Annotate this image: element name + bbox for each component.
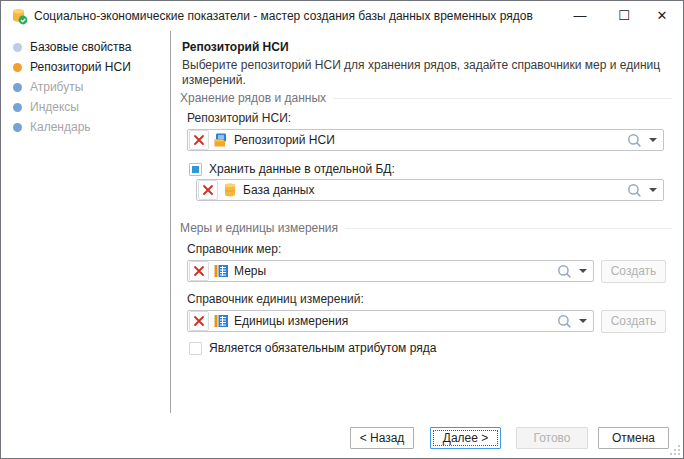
wizard-window: Социально-экономические показатели - мас…	[0, 0, 684, 459]
cancel-button[interactable]: Отмена	[598, 427, 669, 449]
wizard-page-content: Репозиторий НСИ Выберите репозиторий НСИ…	[172, 31, 684, 413]
clear-button[interactable]	[189, 130, 209, 150]
minimize-button[interactable]: —	[565, 1, 595, 30]
group-divider	[345, 228, 672, 229]
separate-db-checkbox[interactable]: Хранить данные в отдельной БД:	[189, 162, 395, 176]
resize-grip[interactable]	[670, 445, 680, 455]
database-value: База данных	[243, 183, 625, 197]
step-bullet-icon	[13, 43, 22, 52]
step-label: Атрибуты	[30, 80, 83, 94]
database-icon	[222, 182, 238, 198]
repository-value: Репозиторий НСИ	[234, 133, 625, 147]
chevron-down-icon	[649, 138, 657, 142]
search-icon[interactable]	[555, 262, 573, 280]
search-icon[interactable]	[555, 312, 573, 330]
group-storage-caption: Хранение рядов и данных	[180, 91, 326, 105]
app-icon	[10, 7, 28, 25]
step-label: Календарь	[30, 120, 91, 134]
database-lookup-field[interactable]: База данных	[196, 179, 664, 201]
step-bullet-icon	[13, 123, 22, 132]
sidebar-item-nsi-repository[interactable]: Репозиторий НСИ	[1, 57, 170, 77]
back-button[interactable]: < Назад	[350, 427, 414, 449]
step-bullet-icon	[13, 63, 22, 72]
clear-x-icon	[193, 265, 205, 277]
step-label: Репозиторий НСИ	[30, 60, 131, 74]
clear-x-icon	[193, 134, 205, 146]
dropdown-button[interactable]	[573, 261, 593, 281]
repository-label: Репозиторий НСИ:	[187, 111, 291, 125]
maximize-button[interactable]: ☐	[609, 1, 639, 30]
clear-x-icon	[202, 184, 214, 196]
measures-label: Справочник мер:	[187, 242, 281, 256]
repository-icon	[213, 132, 229, 148]
dictionary-icon	[213, 313, 229, 329]
sidebar-item-attributes[interactable]: Атрибуты	[1, 77, 170, 97]
sidebar-item-calendar[interactable]: Календарь	[1, 117, 170, 137]
page-title: Репозиторий НСИ	[182, 40, 289, 54]
step-label: Индексы	[30, 100, 79, 114]
group-measures: Меры и единицы измерения	[180, 221, 672, 235]
titlebar: Социально-экономические показатели - мас…	[1, 1, 683, 31]
wizard-steps-sidebar: Базовые свойства Репозиторий НСИ Атрибут…	[1, 31, 171, 413]
create-units-button[interactable]: Создать	[601, 310, 666, 333]
close-button[interactable]: ✕	[647, 1, 677, 30]
search-icon[interactable]	[625, 131, 643, 149]
finish-button[interactable]: Готово	[516, 427, 588, 449]
units-value: Единицы измерения	[234, 314, 555, 328]
clear-button[interactable]	[189, 311, 209, 331]
checkbox-checked-icon[interactable]	[189, 163, 202, 176]
step-bullet-icon	[13, 103, 22, 112]
measures-lookup-field[interactable]: Меры	[187, 260, 594, 282]
chevron-down-icon	[579, 269, 587, 273]
dropdown-button[interactable]	[573, 311, 593, 331]
required-attribute-checkbox[interactable]: Является обязательным атрибутом ряда	[189, 341, 436, 355]
separate-db-label: Хранить данные в отдельной БД:	[209, 162, 395, 176]
step-bullet-icon	[13, 83, 22, 92]
sidebar-item-indexes[interactable]: Индексы	[1, 97, 170, 117]
group-storage: Хранение рядов и данных	[180, 91, 672, 105]
units-lookup-field[interactable]: Единицы измерения	[187, 310, 594, 332]
measures-value: Меры	[234, 264, 555, 278]
checkbox-unchecked-icon[interactable]	[189, 342, 202, 355]
page-description: Выберите репозиторий НСИ для хранения ря…	[182, 58, 668, 88]
clear-button[interactable]	[189, 261, 209, 281]
window-title: Социально-экономические показатели - мас…	[34, 9, 533, 23]
chevron-down-icon	[579, 319, 587, 323]
search-icon[interactable]	[625, 181, 643, 199]
clear-button[interactable]	[198, 180, 218, 200]
dictionary-icon	[213, 263, 229, 279]
create-measures-button[interactable]: Создать	[601, 260, 666, 283]
step-label: Базовые свойства	[30, 40, 132, 54]
next-button[interactable]: Далее >	[430, 427, 501, 449]
clear-x-icon	[193, 315, 205, 327]
required-attribute-label: Является обязательным атрибутом ряда	[209, 341, 436, 355]
group-divider	[333, 98, 672, 99]
units-label: Справочник единиц измерений:	[187, 292, 364, 306]
dropdown-button[interactable]	[643, 130, 663, 150]
chevron-down-icon	[649, 188, 657, 192]
group-measures-caption: Меры и единицы измерения	[180, 221, 338, 235]
repository-lookup-field[interactable]: Репозиторий НСИ	[187, 129, 664, 151]
dropdown-button[interactable]	[643, 180, 663, 200]
sidebar-item-basic-properties[interactable]: Базовые свойства	[1, 37, 170, 57]
